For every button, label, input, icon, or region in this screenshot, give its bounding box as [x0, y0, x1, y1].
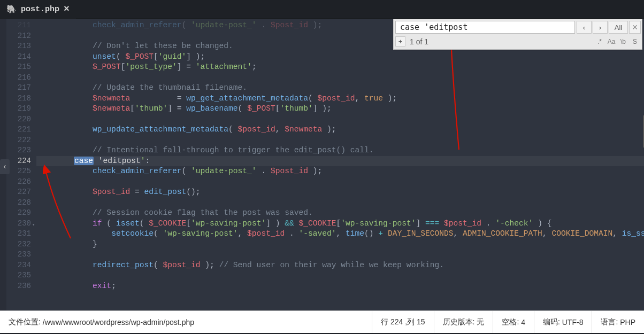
status-rowcol[interactable]: 行 224 ,列 15 [372, 311, 434, 333]
find-all-button[interactable]: All [609, 21, 628, 34]
status-encoding[interactable]: 编码: UTF-8 [534, 311, 592, 333]
status-spaces-value: 4 [521, 318, 525, 327]
find-add-button[interactable]: + [395, 36, 405, 46]
line-gutter: 2112122132142152162172182192202212222232… [6, 19, 36, 310]
tab-post-php[interactable]: 🐘 post.php × [0, 0, 76, 19]
close-icon[interactable]: × [64, 4, 70, 14]
status-history-value: 无 [477, 317, 484, 327]
find-opt-sel[interactable]: S [630, 38, 640, 45]
php-icon: 🐘 [6, 4, 17, 14]
statusbar: 文件位置: /www/wwwroot/wordpress/wp-admin/po… [0, 310, 644, 333]
status-lang-label: 语言: [601, 317, 618, 327]
find-input[interactable] [395, 21, 575, 34]
status-lang[interactable]: 语言: PHP [592, 311, 644, 333]
find-close-button[interactable]: × [629, 21, 641, 34]
status-encoding-value: UTF-8 [562, 318, 584, 327]
status-path-value: /www/wwwroot/wordpress/wp-admin/post.php [43, 318, 194, 327]
status-encoding-label: 编码: [543, 317, 560, 327]
fold-marker[interactable]: ▾ [32, 222, 35, 228]
status-history-label: 历史版本: [443, 317, 475, 327]
code-area[interactable]: check_admin_referer( 'update-post_' . $p… [36, 19, 644, 310]
find-prev-button[interactable]: ‹ [577, 21, 592, 34]
find-opt-regex[interactable]: .* [594, 38, 605, 45]
status-lang-value: PHP [620, 318, 635, 327]
find-panel: ‹ › All × + 1 of 1 .* Aa \b S [393, 19, 642, 50]
editor: ‹ › All × + 1 of 1 .* Aa \b S ‹ 21121221… [0, 19, 644, 310]
status-path[interactable]: 文件位置: /www/wwwroot/wordpress/wp-admin/po… [0, 311, 372, 333]
find-opt-word[interactable]: \b [618, 38, 628, 45]
find-opt-case[interactable]: Aa [606, 38, 617, 45]
sidebar-toggle[interactable]: ‹ [0, 159, 10, 174]
find-count: 1 of 1 [410, 37, 594, 46]
tab-bar: 🐘 post.php × [0, 0, 644, 19]
status-path-label: 文件位置: [9, 317, 41, 327]
status-spaces-label: 空格: [502, 317, 519, 327]
status-history[interactable]: 历史版本: 无 [434, 311, 494, 333]
find-next-button[interactable]: › [593, 21, 608, 34]
tab-label: post.php [21, 5, 59, 14]
status-spaces[interactable]: 空格: 4 [493, 311, 534, 333]
